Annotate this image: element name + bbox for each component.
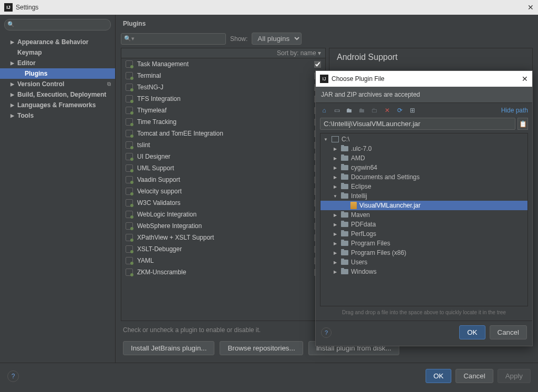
tree-label: .ulc-7.0	[351, 145, 371, 152]
window-title-bar: IJ Settings ✕	[0, 0, 538, 15]
path-input[interactable]	[320, 118, 515, 130]
tree-label: PerfLogs	[351, 230, 376, 238]
chevron-right-icon: ▶	[11, 92, 16, 97]
sidebar-item[interactable]: Plugins	[0, 68, 115, 79]
hide-path-link[interactable]: Hide path	[501, 107, 528, 114]
plugin-row[interactable]: Vaadin Support	[121, 174, 325, 185]
tree-row[interactable]: ▶PDFdata	[320, 220, 527, 229]
plugin-icon	[126, 269, 133, 276]
plugin-icon	[126, 222, 133, 230]
plugin-search-input[interactable]	[121, 33, 226, 45]
plugin-row[interactable]: tslint	[121, 139, 325, 151]
sidebar-item[interactable]: ▶Editor	[0, 58, 115, 68]
browse-repositories-button[interactable]: Browse repositories...	[220, 341, 303, 355]
help-button[interactable]: ?	[7, 370, 19, 382]
cancel-button[interactable]: Cancel	[456, 369, 493, 383]
plugin-row[interactable]: WebLogic Integration	[121, 209, 325, 220]
plugin-row[interactable]: YAML	[121, 255, 325, 266]
tree-row[interactable]: ▼Intellij	[320, 191, 527, 201]
delete-icon[interactable]: ✕	[383, 106, 391, 115]
search-icon: 🔍	[7, 21, 15, 28]
tree-row[interactable]: ▶Program Files	[320, 239, 527, 248]
ok-button[interactable]: OK	[426, 369, 451, 383]
tree-row[interactable]: ▶PerfLogs	[320, 229, 527, 239]
sidebar-item[interactable]: ▶Languages & Frameworks	[0, 100, 115, 110]
folder-icon	[341, 174, 348, 180]
tree-label: Eclipse	[351, 183, 371, 190]
choose-plugin-file-dialog: IJ Choose Plugin File ✕ JAR and ZIP arch…	[315, 70, 533, 346]
tree-row[interactable]: ▶Program Files (x86)	[320, 248, 527, 257]
file-tree[interactable]: ▼C:\▶.ulc-7.0▶AMD▶cygwin64▶Documents and…	[320, 133, 528, 306]
dialog-close-button[interactable]: ✕	[522, 75, 528, 83]
new-folder-icon[interactable]: 🗀	[370, 106, 379, 115]
folder-icon	[341, 231, 348, 236]
plugin-row[interactable]: Time Tracking	[121, 116, 325, 128]
plugin-name: Time Tracking	[137, 118, 314, 126]
plugin-detail-title: Android Support	[337, 53, 525, 62]
plugin-row[interactable]: Thymeleaf	[121, 105, 325, 116]
project-icon[interactable]: 🖿	[345, 106, 354, 115]
tree-arrow-icon: ▶	[332, 175, 338, 180]
search-icon: 🔍▾	[124, 35, 134, 42]
tree-label: AMD	[351, 154, 365, 162]
plugin-row[interactable]: UML Support	[121, 162, 325, 174]
show-hidden-icon[interactable]: ⊞	[408, 106, 417, 115]
refresh-icon[interactable]: ⟳	[396, 106, 404, 115]
sidebar-item[interactable]: ▶Version Control⧉	[0, 79, 115, 89]
sidebar-item-label: Appearance & Behavior	[17, 38, 88, 46]
plugin-checkbox[interactable]	[314, 61, 321, 68]
folder-icon	[341, 241, 348, 246]
plugin-row[interactable]: Task Management	[121, 58, 325, 70]
plugin-row[interactable]: Tomcat and TomEE Integration	[121, 128, 325, 139]
plugin-row[interactable]: W3C Validators	[121, 197, 325, 209]
plugin-row[interactable]: UI Designer	[121, 151, 325, 162]
tree-label: Maven	[351, 211, 370, 219]
install-jetbrains-button[interactable]: Install JetBrains plugin...	[123, 341, 214, 355]
home-icon[interactable]: ⌂	[320, 106, 328, 115]
plugin-row[interactable]: TFS Integration	[121, 93, 325, 105]
plugin-icon	[126, 130, 133, 137]
sort-by-toggle[interactable]: Sort by: name ▾	[121, 48, 325, 58]
plugin-row[interactable]: XSLT-Debugger	[121, 243, 325, 255]
plugin-row[interactable]: ZKM-Unscramble	[121, 266, 325, 278]
tree-row[interactable]: ▶Maven	[320, 210, 527, 220]
plugin-icon	[126, 95, 133, 102]
apply-button[interactable]: Apply	[498, 369, 531, 383]
tree-row[interactable]: ▶Eclipse	[320, 182, 527, 191]
plugin-row[interactable]: Terminal	[121, 70, 325, 81]
dialog-help-button[interactable]: ?	[321, 327, 332, 338]
tree-row[interactable]: ▶Windows	[320, 267, 527, 276]
dialog-ok-button[interactable]: OK	[459, 325, 485, 339]
tree-row[interactable]: VisualVMLauncher.jar	[320, 201, 527, 210]
tree-arrow-icon: ▶	[332, 147, 338, 151]
tree-row[interactable]: ▶Documents and Settings	[320, 172, 527, 182]
folder-icon	[341, 269, 348, 274]
tree-row[interactable]: ▶Users	[320, 257, 527, 267]
sidebar-item[interactable]: ▶Build, Execution, Deployment	[0, 89, 115, 100]
sidebar-item-label: Version Control	[17, 80, 64, 88]
dialog-cancel-button[interactable]: Cancel	[490, 325, 527, 339]
sidebar-item[interactable]: Keymap	[0, 47, 115, 58]
plugin-name: tslint	[137, 141, 314, 149]
plugin-icon	[126, 211, 133, 218]
sidebar-item[interactable]: ▶Appearance & Behavior	[0, 37, 115, 47]
path-history-button[interactable]: 📋	[518, 118, 528, 130]
window-close-button[interactable]: ✕	[527, 3, 534, 12]
plugin-row[interactable]: TestNG-J	[121, 81, 325, 93]
tree-row[interactable]: ▼C:\	[320, 135, 527, 144]
folder-icon	[341, 193, 348, 199]
plugin-row[interactable]: XPathView + XSLT Support	[121, 232, 325, 243]
show-filter-select[interactable]: All plugins	[252, 33, 302, 45]
window-title: Settings	[16, 4, 527, 11]
tree-arrow-icon: ▼	[323, 137, 329, 142]
desktop-icon[interactable]: ▭	[333, 106, 341, 115]
tree-row[interactable]: ▶.ulc-7.0	[320, 144, 527, 153]
settings-search-input[interactable]	[4, 19, 111, 30]
plugin-row[interactable]: WebSphere Integration	[121, 220, 325, 232]
tree-row[interactable]: ▶cygwin64	[320, 163, 527, 172]
plugin-row[interactable]: Velocity support	[121, 185, 325, 197]
tree-row[interactable]: ▶AMD	[320, 153, 527, 163]
module-icon[interactable]: 🖿	[358, 106, 366, 115]
sidebar-item[interactable]: ▶Tools	[0, 110, 115, 121]
plugin-name: Task Management	[137, 60, 314, 68]
